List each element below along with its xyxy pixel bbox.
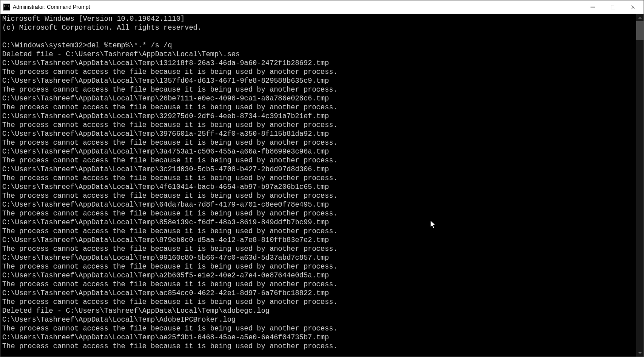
close-button[interactable]	[623, 0, 644, 14]
svg-rect-1	[611, 5, 615, 9]
console-area: Microsoft Windows [Version 10.0.19042.11…	[0, 14, 644, 357]
minimize-button[interactable]	[583, 0, 603, 14]
maximize-button[interactable]	[603, 0, 623, 14]
window-controls	[583, 0, 644, 14]
scroll-down-arrow[interactable]	[636, 349, 644, 357]
scroll-up-arrow[interactable]	[636, 14, 644, 21]
svg-marker-4	[638, 17, 642, 19]
titlebar[interactable]: Administrator: Command Prompt	[0, 0, 644, 14]
svg-marker-5	[638, 352, 642, 354]
console-output[interactable]: Microsoft Windows [Version 10.0.19042.11…	[0, 14, 636, 357]
window-title: Administrator: Command Prompt	[13, 4, 583, 10]
command-prompt-window: Administrator: Command Prompt Microsoft …	[0, 0, 644, 357]
vertical-scrollbar[interactable]	[636, 14, 644, 357]
scroll-thumb[interactable]	[636, 21, 644, 40]
app-icon	[3, 4, 10, 11]
scroll-track[interactable]	[636, 21, 644, 349]
